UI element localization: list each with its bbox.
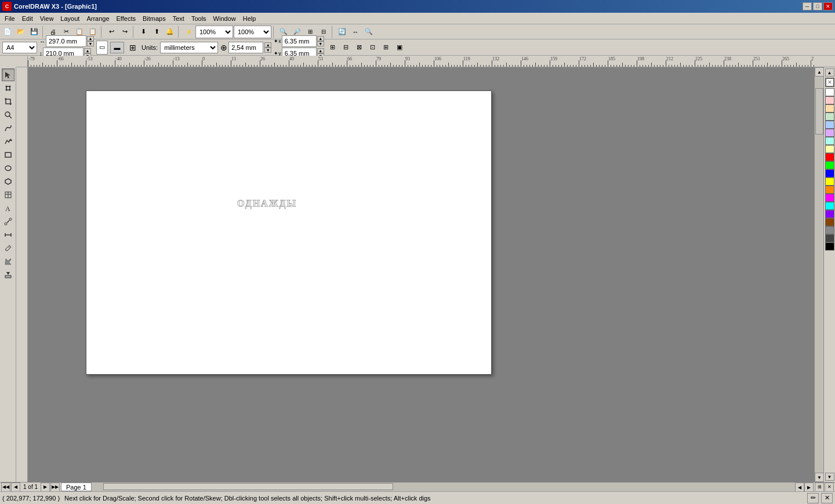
swatch-gray[interactable] <box>825 226 834 234</box>
hscroll-right-button[interactable]: ▶ <box>804 483 814 492</box>
menu-view[interactable]: View <box>37 14 57 23</box>
snapx-up[interactable]: ▲ <box>317 36 324 41</box>
import-button[interactable]: ⬇ <box>137 26 150 38</box>
units-select[interactable]: millimetersinchespixels <box>160 42 218 53</box>
fit-page-button[interactable]: ⊞ <box>815 483 824 492</box>
snap-all-btn[interactable]: ▣ <box>393 41 406 54</box>
vscroll-thumb[interactable] <box>815 88 823 135</box>
menu-window[interactable]: Window <box>210 14 239 23</box>
zoom2-select[interactable]: 100%50%200% <box>234 26 271 38</box>
swatch-light-cyan[interactable] <box>825 137 834 145</box>
swatch-magenta[interactable] <box>825 194 834 202</box>
snap-obj-btn[interactable]: ⊠ <box>353 41 366 54</box>
ellipse-tool[interactable] <box>2 162 14 175</box>
width-dn[interactable]: ▼ <box>87 41 94 46</box>
menu-help[interactable]: Help <box>239 14 260 23</box>
swatch-purple[interactable] <box>825 210 834 218</box>
width-input[interactable] <box>46 35 86 47</box>
swatch-black[interactable] <box>825 242 834 251</box>
connector-tool[interactable] <box>2 215 14 228</box>
portrait-button[interactable]: ▭ <box>96 41 108 55</box>
snap-page-btn[interactable]: ⊡ <box>366 41 379 54</box>
eyedropper-tool[interactable] <box>2 242 14 255</box>
polygon-tool[interactable] <box>2 175 14 188</box>
close-button-inner[interactable]: ✕ <box>825 483 834 492</box>
search-icon[interactable]: 🔍 <box>362 26 375 38</box>
swatch-blue[interactable] <box>825 169 834 177</box>
vscroll-track[interactable] <box>815 77 823 473</box>
rectangle-tool[interactable] <box>2 148 14 161</box>
redo-button[interactable]: ↪ <box>118 26 131 38</box>
swatch-orange[interactable] <box>825 186 834 194</box>
hscroll-track[interactable] <box>92 483 795 491</box>
zoom-select[interactable]: 100%50%200% <box>195 26 233 38</box>
table-tool[interactable] <box>2 188 14 201</box>
smart-draw-tool[interactable] <box>2 135 14 148</box>
nudge-up[interactable]: ▲ <box>264 42 271 48</box>
page-first-button[interactable]: ◀◀ <box>1 483 10 492</box>
swatch-yellow[interactable] <box>825 177 834 186</box>
crop-tool[interactable] <box>2 95 14 108</box>
fill-tool[interactable] <box>2 255 14 268</box>
height-up[interactable]: ▲ <box>84 48 91 53</box>
snap-x-input[interactable] <box>282 35 317 47</box>
interactive-fill-tool[interactable] <box>2 269 14 281</box>
menu-text[interactable]: Text <box>169 14 188 23</box>
snapy-up[interactable]: ▲ <box>317 48 324 53</box>
new-button[interactable]: 📄 <box>1 26 14 38</box>
page-prev-button[interactable]: ◀ <box>11 483 20 492</box>
swatch-dark-gray[interactable] <box>825 234 834 242</box>
open-button[interactable]: 📂 <box>14 26 27 38</box>
menu-effects[interactable]: Effects <box>113 14 139 23</box>
menu-arrange[interactable]: Arrange <box>83 14 112 23</box>
rotate-icon[interactable]: 🔄 <box>336 26 348 38</box>
page-size-select[interactable]: A4A3Letter <box>2 42 37 53</box>
save-button[interactable]: 💾 <box>28 26 41 38</box>
swatch-cyan[interactable] <box>825 202 834 210</box>
swatch-light-yellow[interactable] <box>825 145 834 153</box>
shape-tool[interactable] <box>2 82 14 95</box>
snap-icon[interactable]: ✕ <box>821 493 833 503</box>
swatch-green[interactable] <box>825 161 834 169</box>
swatch-brown[interactable] <box>825 218 834 226</box>
swatch-red[interactable] <box>825 153 834 161</box>
swatch-light-pink[interactable] <box>825 96 834 104</box>
page-last-button[interactable]: ▶▶ <box>50 483 60 492</box>
dimension-tool[interactable] <box>2 229 14 241</box>
undo-button[interactable]: ↩ <box>105 26 118 38</box>
no-fill-swatch[interactable]: ✕ <box>825 78 834 87</box>
publish-button[interactable]: 🔔 <box>164 26 176 38</box>
menu-bitmaps[interactable]: Bitmaps <box>139 14 169 23</box>
snap-grid-btn[interactable]: ⊞ <box>326 41 339 54</box>
swatch-light-purple[interactable] <box>825 129 834 137</box>
swatch-light-blue[interactable] <box>825 121 834 129</box>
close-button[interactable]: ✕ <box>823 2 833 10</box>
menu-file[interactable]: File <box>1 14 19 23</box>
palette-scroll-dn[interactable]: ▼ <box>825 473 834 481</box>
snapx-dn[interactable]: ▼ <box>317 41 324 46</box>
text-tool[interactable]: A <box>2 202 14 215</box>
nudge-input[interactable] <box>228 42 263 53</box>
swatch-peach[interactable] <box>825 104 834 113</box>
palette-scroll-up[interactable]: ▲ <box>825 68 834 77</box>
swatch-white[interactable] <box>825 88 834 96</box>
vscroll-up-button[interactable]: ▲ <box>815 67 824 77</box>
page-tab[interactable]: Page 1 <box>61 483 92 491</box>
freehand-tool[interactable] <box>2 122 14 135</box>
width-up[interactable]: ▲ <box>87 36 94 41</box>
menu-layout[interactable]: Layout <box>57 14 83 23</box>
nudge-dn[interactable]: ▼ <box>264 48 271 53</box>
hscroll-thumb[interactable] <box>103 483 393 490</box>
vscroll-dn-button[interactable]: ▼ <box>815 473 824 482</box>
swatch-light-green[interactable] <box>825 113 834 121</box>
zoom-out-btn[interactable]: ⚡ <box>182 26 195 38</box>
export-button[interactable]: ⬆ <box>150 26 163 38</box>
hscroll-left-button[interactable]: ◀ <box>795 483 804 492</box>
canvas-area[interactable]: ОДНАЖДЫ Рис 5 <box>28 67 814 482</box>
page-settings-icon[interactable]: ⊞ <box>126 41 139 54</box>
zoom-tool[interactable] <box>2 108 14 121</box>
select-tool[interactable] <box>2 68 14 81</box>
minimize-button[interactable]: ─ <box>803 2 812 10</box>
page-next-button[interactable]: ▶ <box>41 483 50 492</box>
menu-tools[interactable]: Tools <box>188 14 210 23</box>
